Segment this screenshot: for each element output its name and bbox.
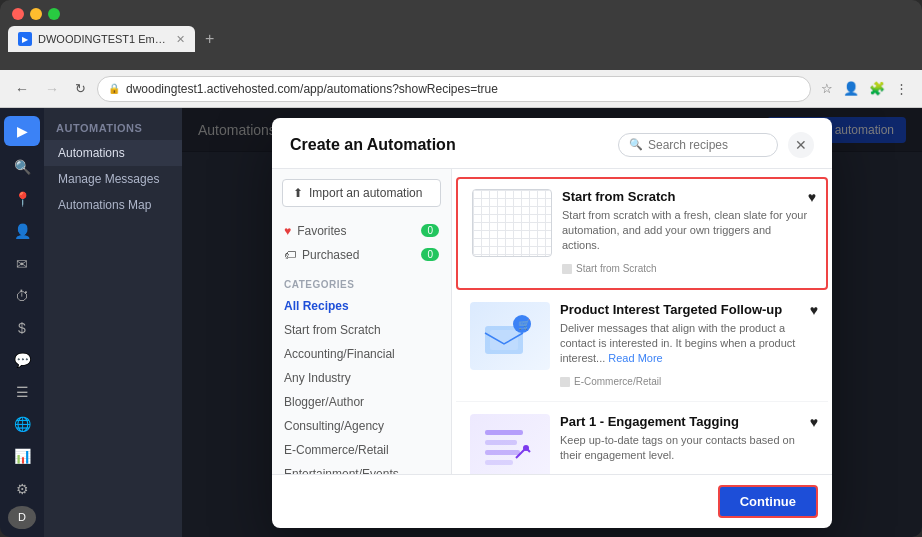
sidebar-icon-timer[interactable]: ⏱ bbox=[4, 281, 40, 311]
tab-favicon: ▶ bbox=[18, 32, 32, 46]
modal-close-button[interactable]: ✕ bbox=[788, 132, 814, 158]
recipe-tag-product: E-Commerce/Retail bbox=[560, 376, 661, 387]
sidebar-icon-automations[interactable]: ▶ bbox=[4, 116, 40, 146]
cat-ecommerce[interactable]: E-Commerce/Retail bbox=[272, 438, 451, 462]
bookmark-icon[interactable]: ☆ bbox=[817, 79, 837, 98]
categories-header: CATEGORIES bbox=[272, 271, 451, 294]
traffic-lights bbox=[0, 0, 922, 24]
recipe-item-product[interactable]: 🛒 Product Interest Targeted Follow-up De… bbox=[456, 292, 828, 402]
lock-icon: 🔒 bbox=[108, 83, 120, 94]
recipe-item-engagement[interactable]: Part 1 - Engagement Tagging Keep up-to-d… bbox=[456, 404, 828, 474]
recipe-info-scratch: Start from Scratch Start from scratch wi… bbox=[562, 189, 812, 278]
heart-icon-scratch[interactable]: ♥ bbox=[808, 189, 816, 205]
cat-blogger[interactable]: Blogger/Author bbox=[272, 390, 451, 414]
left-nav-item-messages[interactable]: Manage Messages bbox=[44, 166, 182, 192]
favorites-label: Favorites bbox=[297, 224, 346, 238]
recipe-item-scratch[interactable]: Start from Scratch Start from scratch wi… bbox=[456, 177, 828, 290]
cat-entertainment[interactable]: Entertainment/Events bbox=[272, 462, 451, 474]
new-tab-button[interactable]: + bbox=[199, 30, 220, 48]
nav-messages-label: Manage Messages bbox=[58, 172, 159, 186]
refresh-button[interactable]: ↻ bbox=[70, 77, 91, 100]
svg-text:🛒: 🛒 bbox=[518, 318, 531, 331]
tag-icon: 🏷 bbox=[284, 248, 296, 262]
modal-overlay: Create an Automation 🔍 ✕ bbox=[182, 108, 922, 537]
tab-close-icon[interactable]: ✕ bbox=[176, 33, 185, 46]
forward-button[interactable]: → bbox=[40, 77, 64, 101]
nav-map-label: Automations Map bbox=[58, 198, 151, 212]
app-layout: ▶ 🔍 📍 👤 ✉ ⏱ $ 💬 ☰ 🌐 📊 ⚙ D Automations Au… bbox=[0, 108, 922, 537]
active-tab[interactable]: ▶ DWOODINGTEST1 Email Mark... ✕ bbox=[8, 26, 195, 52]
maximize-btn[interactable] bbox=[48, 8, 60, 20]
recipe-name-engagement: Part 1 - Engagement Tagging bbox=[560, 414, 814, 429]
heart-icon: ♥ bbox=[284, 224, 291, 238]
cat-start-scratch[interactable]: Start from Scratch bbox=[272, 318, 451, 342]
modal-search-box[interactable]: 🔍 bbox=[618, 133, 778, 157]
nav-bar: ← → ↻ 🔒 dwoodingtest1.activehosted.com/a… bbox=[0, 70, 922, 108]
purchased-item[interactable]: 🏷 Purchased 0 bbox=[282, 243, 441, 267]
sidebar-icon-chat[interactable]: 💬 bbox=[4, 345, 40, 375]
svg-rect-7 bbox=[485, 460, 513, 465]
recipe-desc-engagement: Keep up-to-date tags on your contacts ba… bbox=[560, 433, 814, 464]
menu-icon[interactable]: ⋮ bbox=[891, 79, 912, 98]
sidebar-icon-email[interactable]: ✉ bbox=[4, 249, 40, 279]
sidebar-icon-contacts[interactable]: 👤 bbox=[4, 216, 40, 246]
heart-icon-product[interactable]: ♥ bbox=[810, 302, 818, 318]
sidebar-icon-search[interactable]: 🔍 bbox=[4, 152, 40, 182]
modal-body: ⬆ Import an automation ♥ Favorites 0 bbox=[272, 169, 832, 474]
sidebar-icon-location[interactable]: 📍 bbox=[4, 184, 40, 214]
search-icon: 🔍 bbox=[629, 138, 643, 151]
tab-title: DWOODINGTEST1 Email Mark... bbox=[38, 33, 168, 45]
svg-rect-5 bbox=[485, 440, 517, 445]
svg-rect-4 bbox=[485, 430, 523, 435]
tab-bar: ▶ DWOODINGTEST1 Email Mark... ✕ + bbox=[0, 24, 922, 54]
recipe-name-scratch: Start from Scratch bbox=[562, 189, 812, 204]
recipe-thumb-engagement bbox=[470, 414, 550, 474]
import-automation-button[interactable]: ⬆ Import an automation bbox=[282, 179, 441, 207]
left-nav-item-automations[interactable]: Automations bbox=[44, 140, 182, 166]
recipe-info-product: Product Interest Targeted Follow-up Deli… bbox=[560, 302, 814, 391]
recipe-list: Start from Scratch Start from scratch wi… bbox=[452, 169, 832, 474]
continue-button[interactable]: Continue bbox=[718, 485, 818, 518]
modal-sidebar: ⬆ Import an automation ♥ Favorites 0 bbox=[272, 169, 452, 474]
sidebar-icon-list[interactable]: ☰ bbox=[4, 377, 40, 407]
recipe-desc-product: Deliver messages that align with the pro… bbox=[560, 321, 814, 367]
search-input[interactable] bbox=[648, 138, 758, 152]
svg-point-8 bbox=[523, 445, 529, 451]
profile-icon[interactable]: 👤 bbox=[839, 79, 863, 98]
favorites-badge: 0 bbox=[421, 224, 439, 237]
sidebar-icon-chart[interactable]: 📊 bbox=[4, 441, 40, 471]
read-more-link[interactable]: Read More bbox=[608, 352, 662, 364]
sidebar-icon-globe[interactable]: 🌐 bbox=[4, 409, 40, 439]
sidebar-icons: ▶ 🔍 📍 👤 ✉ ⏱ $ 💬 ☰ 🌐 📊 ⚙ D bbox=[0, 108, 44, 537]
favorites-item[interactable]: ♥ Favorites 0 bbox=[282, 219, 441, 243]
browser-window: ▶ DWOODINGTEST1 Email Mark... ✕ + ← → ↻ … bbox=[0, 0, 922, 537]
recipe-name-product: Product Interest Targeted Follow-up bbox=[560, 302, 814, 317]
back-button[interactable]: ← bbox=[10, 77, 34, 101]
main-content: Automations Show Recommendations Create … bbox=[182, 108, 922, 537]
extensions-icon[interactable]: 🧩 bbox=[865, 79, 889, 98]
heart-icon-engagement[interactable]: ♥ bbox=[810, 414, 818, 430]
modal-title: Create an Automation bbox=[290, 136, 608, 154]
cat-all-recipes[interactable]: All Recipes bbox=[272, 294, 451, 318]
sidebar-icon-dollar[interactable]: $ bbox=[4, 313, 40, 343]
left-nav: Automations Automations Manage Messages … bbox=[44, 108, 182, 537]
browser-chrome: ▶ DWOODINGTEST1 Email Mark... ✕ + bbox=[0, 0, 922, 70]
modal-footer: Continue bbox=[272, 474, 832, 528]
address-bar[interactable]: 🔒 dwoodingtest1.activehosted.com/app/aut… bbox=[97, 76, 811, 102]
import-icon: ⬆ bbox=[293, 186, 303, 200]
recipe-desc-scratch: Start from scratch with a fresh, clean s… bbox=[562, 208, 812, 254]
cat-any-industry[interactable]: Any Industry bbox=[272, 366, 451, 390]
minimize-btn[interactable] bbox=[30, 8, 42, 20]
purchased-badge: 0 bbox=[421, 248, 439, 261]
purchased-label: Purchased bbox=[302, 248, 359, 262]
sidebar-icon-settings[interactable]: ⚙ bbox=[4, 473, 40, 503]
recipe-thumb-scratch bbox=[472, 189, 552, 257]
cat-consulting[interactable]: Consulting/Agency bbox=[272, 414, 451, 438]
close-btn[interactable] bbox=[12, 8, 24, 20]
cat-accounting[interactable]: Accounting/Financial bbox=[272, 342, 451, 366]
left-nav-item-map[interactable]: Automations Map bbox=[44, 192, 182, 218]
url-text: dwoodingtest1.activehosted.com/app/autom… bbox=[126, 82, 800, 96]
svg-rect-1 bbox=[490, 330, 518, 350]
sidebar-icon-avatar[interactable]: D bbox=[8, 506, 36, 529]
left-nav-header: Automations bbox=[44, 116, 182, 140]
